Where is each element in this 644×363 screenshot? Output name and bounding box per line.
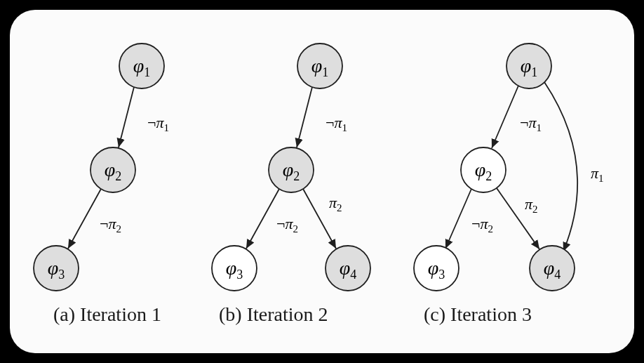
- node-phi3: φ3: [34, 246, 79, 291]
- node-phi2: φ2: [90, 147, 135, 192]
- edge-phi2-phi3: [445, 189, 471, 249]
- caption-c: (c) Iteration 3: [424, 303, 532, 326]
- edge-phi2-phi4-label: π2: [525, 195, 538, 215]
- node-phi1: φ1: [119, 44, 164, 88]
- edge-phi1-phi2-label: ¬π1: [326, 114, 347, 133]
- edge-phi2-phi3: [68, 189, 101, 249]
- caption-b: (b) Iteration 2: [219, 303, 328, 326]
- edge-phi2-phi4: [497, 188, 539, 249]
- node-phi2: φ2: [461, 147, 506, 192]
- edge-phi2-phi3: [246, 189, 279, 249]
- iteration-2: φ1 ¬π1 φ2 ¬π2 π2 φ3 φ4: [212, 44, 370, 291]
- iteration-1: φ1 ¬π1 φ2 ¬π2 φ3: [34, 44, 169, 291]
- node-phi3: φ3: [414, 246, 459, 291]
- diagram-svg: φ1 ¬π1 φ2 ¬π2 φ3 φ1: [10, 10, 634, 353]
- edge-phi2-phi3-label: ¬π2: [471, 215, 493, 235]
- edge-phi1-phi2-label: ¬π1: [147, 114, 169, 133]
- node-phi4: φ4: [326, 246, 370, 291]
- caption-a: (a) Iteration 1: [53, 303, 161, 326]
- node-phi1: φ1: [297, 44, 342, 88]
- edge-phi2-phi3-label: ¬π2: [100, 215, 121, 235]
- edge-phi2-phi4-label: π2: [329, 194, 342, 213]
- edge-phi1-phi2: [119, 87, 134, 147]
- edge-phi1-phi4: [544, 82, 577, 251]
- edge-phi1-phi2-label: ¬π1: [520, 114, 542, 133]
- edge-phi2-phi3-label: ¬π2: [276, 215, 298, 235]
- node-phi2: φ2: [269, 147, 314, 192]
- edge-phi1-phi4-label: π1: [591, 164, 604, 184]
- figure-panel: φ1 ¬π1 φ2 ¬π2 φ3 φ1: [10, 10, 634, 353]
- edge-phi1-phi2: [492, 86, 518, 148]
- node-phi3: φ3: [212, 246, 257, 291]
- node-phi1: φ1: [507, 44, 551, 88]
- node-phi4: φ4: [530, 246, 575, 291]
- iteration-3: φ1 ¬π1 π1 φ2 ¬π2 π2 φ3: [414, 44, 604, 291]
- edge-phi1-phi2: [297, 87, 312, 147]
